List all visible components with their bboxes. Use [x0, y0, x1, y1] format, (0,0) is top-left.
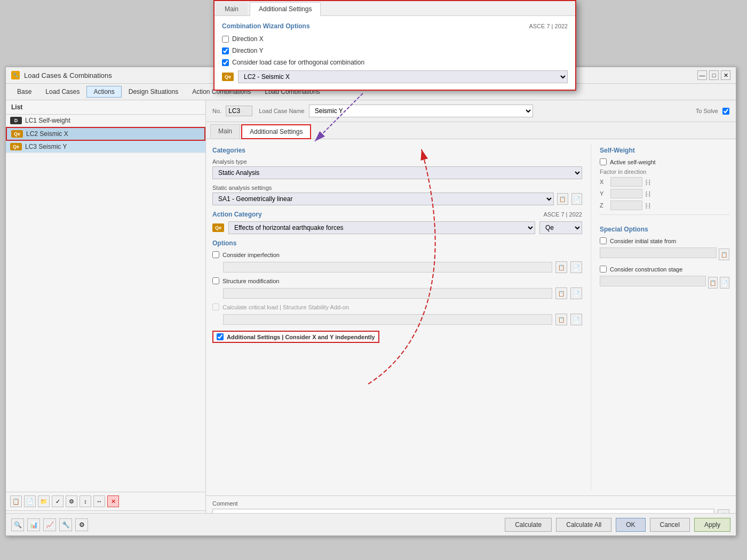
toolbar-settings[interactable]: ⚙	[66, 495, 77, 507]
structure-mod-sub: 📋 📄	[223, 287, 582, 299]
list-item-lc2[interactable]: Qe LC2 Seismic X	[6, 127, 205, 141]
form-header: No. LC3 Load Case Name Seismic Y To Solv…	[206, 100, 736, 122]
badge-qe-lc3: Qe	[10, 143, 22, 150]
right-panel: No. LC3 Load Case Name Seismic Y To Solv…	[206, 100, 736, 526]
popup-orthogonal-label: Consider load case for orthogonal combin…	[232, 59, 364, 66]
badge-d: D	[10, 117, 22, 124]
toolbar-delete[interactable]: ✕	[107, 495, 119, 507]
imperfection-btn2[interactable]: 📄	[570, 261, 582, 273]
to-solve-section: To Solve	[696, 108, 729, 115]
toolbar-sort1[interactable]: ↕	[80, 495, 91, 507]
construction-stage-btn2[interactable]: 📄	[720, 277, 729, 289]
app-icon: 🔧	[11, 71, 20, 79]
window-controls: — □ ✕	[697, 70, 730, 80]
critical-load-row: Calculate critical load | Structure Stab…	[212, 303, 582, 310]
tab-main[interactable]: Main	[210, 124, 240, 139]
popup-tab-main[interactable]: Main	[216, 2, 248, 15]
action-select[interactable]: Effects of horizontal earthquake forces	[228, 221, 535, 234]
action-short-select[interactable]: Qe	[539, 221, 582, 234]
cancel-button[interactable]: Cancel	[650, 518, 690, 532]
tab-additional[interactable]: Additional Settings	[241, 124, 311, 139]
structure-mod-checkbox[interactable]	[212, 277, 219, 284]
popup-orthogonal-checkbox[interactable]	[222, 59, 229, 66]
action-row: Qe Effects of horizontal earthquake forc…	[212, 221, 582, 234]
popup-orthogonal-row: Consider load case for orthogonal combin…	[222, 59, 568, 66]
menu-base[interactable]: Base	[10, 86, 38, 98]
menu-load-cases[interactable]: Load Cases	[38, 86, 86, 98]
to-solve-checkbox[interactable]	[722, 108, 729, 115]
menu-design-situations[interactable]: Design Situations	[122, 86, 185, 98]
static-analysis-btn2[interactable]: 📄	[571, 193, 582, 205]
static-analysis-btn1[interactable]: 📋	[557, 193, 568, 205]
bottom-icon-2[interactable]: 📊	[27, 518, 40, 531]
no-input[interactable]: LC3	[226, 106, 252, 116]
popup-direction-y-checkbox[interactable]	[222, 47, 229, 54]
loadcase-name-label: Load Case Name	[259, 108, 305, 114]
static-analysis-field: Static analysis settings SA1 - Geometric…	[212, 185, 582, 205]
calculate-all-button[interactable]: Calculate All	[556, 518, 611, 532]
maximize-button[interactable]: □	[709, 70, 719, 80]
imperfection-input	[223, 262, 552, 273]
toolbar-check[interactable]: ✓	[52, 495, 63, 507]
bottom-icon-1[interactable]: 🔍	[11, 518, 24, 531]
structure-mod-input	[223, 288, 552, 299]
initial-state-checkbox[interactable]	[600, 237, 607, 244]
popup-lc-select[interactable]: LC2 - Seismic X	[238, 70, 568, 83]
critical-load-btn2[interactable]: 📄	[570, 314, 582, 325]
list-item-lc1[interactable]: D LC1 Self-weight	[6, 115, 205, 127]
analysis-type-select[interactable]: Static Analysis	[212, 166, 582, 179]
critical-load-checkbox	[212, 303, 219, 310]
to-solve-label: To Solve	[696, 108, 718, 114]
toolbar-add[interactable]: 📋	[10, 495, 22, 507]
bottom-icon-5[interactable]: ⚙	[75, 518, 88, 531]
bottom-icon-3[interactable]: 📈	[43, 518, 56, 531]
window-title: Load Cases & Combinations	[24, 71, 112, 79]
popup-window: Main Additional Settings Combination Wiz…	[213, 0, 576, 91]
list-item-lc1-name: LC1 Self-weight	[25, 117, 70, 124]
menu-actions[interactable]: Actions	[86, 86, 121, 98]
factor-y-unit: [-]	[646, 191, 650, 197]
popup-tab-additional[interactable]: Additional Settings	[250, 2, 321, 16]
factor-x-row: X [-]	[600, 177, 729, 187]
close-button[interactable]: ✕	[721, 70, 730, 80]
factor-z-unit: [-]	[646, 203, 650, 209]
minimize-button[interactable]: —	[697, 70, 707, 80]
calculate-button[interactable]: Calculate	[505, 518, 552, 532]
list-item-lc3[interactable]: Qe LC3 Seismic Y	[6, 141, 205, 153]
badge-qe-lc2: Qe	[11, 130, 23, 138]
initial-state-input	[600, 247, 717, 258]
construction-stage-btn1[interactable]: 📋	[708, 277, 718, 289]
imperfection-checkbox[interactable]	[212, 251, 219, 258]
toolbar-copy[interactable]: 📄	[24, 495, 36, 507]
structure-mod-btn1[interactable]: 📋	[555, 287, 567, 299]
construction-stage-checkbox[interactable]	[600, 266, 607, 273]
active-self-weight-checkbox[interactable]	[600, 158, 607, 165]
structure-mod-btn2[interactable]: 📄	[570, 287, 582, 299]
loadcase-name-select[interactable]: Seismic Y	[309, 105, 533, 117]
static-analysis-label: Static analysis settings	[212, 185, 582, 191]
bottom-bar: 🔍 📊 📈 🔧 ⚙ Calculate Calculate All OK Can…	[6, 513, 736, 535]
apply-button[interactable]: Apply	[694, 518, 730, 532]
content-area: List D LC1 Self-weight Qe LC2 Seismic X …	[6, 100, 736, 526]
form-left: Categories Analysis type Static Analysis…	[212, 145, 591, 490]
special-options-title: Special Options	[600, 226, 729, 233]
divider	[600, 214, 729, 215]
popup-direction-x-checkbox[interactable]	[222, 36, 229, 43]
bottom-icon-4[interactable]: 🔧	[59, 518, 72, 531]
ok-button[interactable]: OK	[616, 518, 645, 532]
action-badge: Qe	[212, 223, 224, 232]
critical-load-sub: 📋 📄	[223, 314, 582, 325]
left-panel: List D LC1 Self-weight Qe LC2 Seismic X …	[6, 100, 206, 526]
critical-load-btn1[interactable]: 📋	[555, 314, 567, 325]
factor-z-row: Z [-]	[600, 201, 729, 210]
active-self-weight-label: Active self-weight	[610, 159, 656, 165]
toolbar-paste[interactable]: 📁	[38, 495, 50, 507]
imperfection-btn1[interactable]: 📋	[555, 261, 567, 273]
static-analysis-select[interactable]: SA1 - Geometrically linear	[212, 193, 554, 205]
initial-state-btn[interactable]: 📋	[719, 249, 729, 260]
toolbar-sort2[interactable]: ↔	[93, 495, 105, 507]
construction-stage-label: Consider construction stage	[610, 266, 682, 273]
popup-dropdown-row: Qe LC2 - Seismic X	[222, 70, 568, 83]
additional-settings-checkbox[interactable]	[217, 333, 224, 340]
action-category-title: Action Category	[212, 211, 262, 218]
